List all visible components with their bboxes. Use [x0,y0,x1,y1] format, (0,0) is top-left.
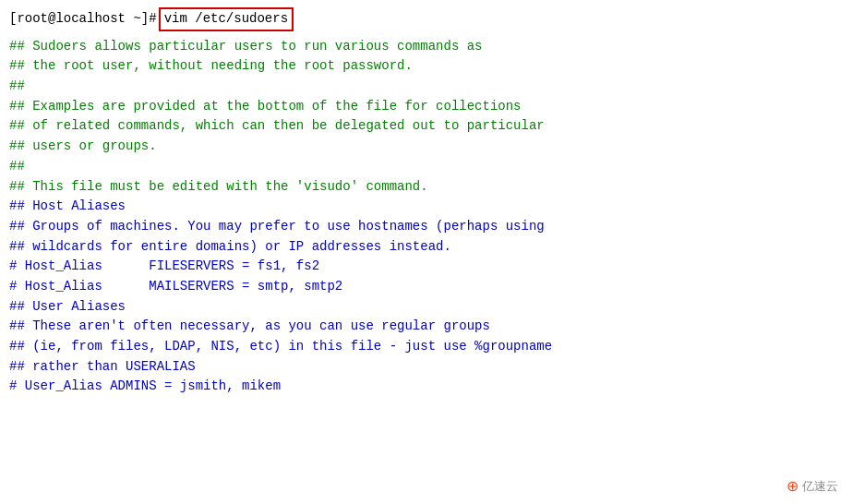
terminal-line: # Host_Alias MAILSERVERS = smtp, smtp2 [9,277,843,297]
terminal-line: ## the root user, without needing the ro… [9,56,843,77]
command-box: vim /etc/sudoers [159,7,294,31]
terminal-window: [root@localhost ~]# vim /etc/sudoers ## … [0,0,852,504]
prompt-line: [root@localhost ~]# vim /etc/sudoers [9,7,843,31]
terminal-line: ## Groups of machines. You may prefer to… [9,217,843,237]
watermark: ⊕ 亿速云 [786,477,838,495]
terminal-line: ## User Aliases [9,297,843,318]
terminal-line: ## [9,77,843,97]
terminal-line: # Host_Alias FILESERVERS = fs1, fs2 [9,257,843,277]
content-area: ## Sudoers allows particular users to ru… [9,37,843,397]
prompt-text: [root@localhost ~]# [9,9,157,30]
terminal-line: ## (ie, from files, LDAP, NIS, etc) in t… [9,337,843,357]
terminal-line: ## These aren't often necessary, as you … [9,317,843,337]
terminal-line: ## Sudoers allows particular users to ru… [9,37,843,57]
terminal-line: ## of related commands, which can then b… [9,116,843,137]
terminal-line: ## users or groups. [9,137,843,157]
terminal-line: ## rather than USERALIAS [9,357,843,378]
watermark-logo: ⊕ [786,477,798,495]
terminal-line: ## This file must be edited with the 'vi… [9,177,843,198]
terminal-line: ## Examples are provided at the bottom o… [9,97,843,117]
terminal-line: # User_Alias ADMINS = jsmith, mikem [9,377,843,397]
terminal-line: ## [9,157,843,177]
terminal-line: ## Host Aliases [9,197,843,217]
watermark-text: 亿速云 [802,478,838,495]
terminal-line: ## wildcards for entire domains) or IP a… [9,237,843,258]
